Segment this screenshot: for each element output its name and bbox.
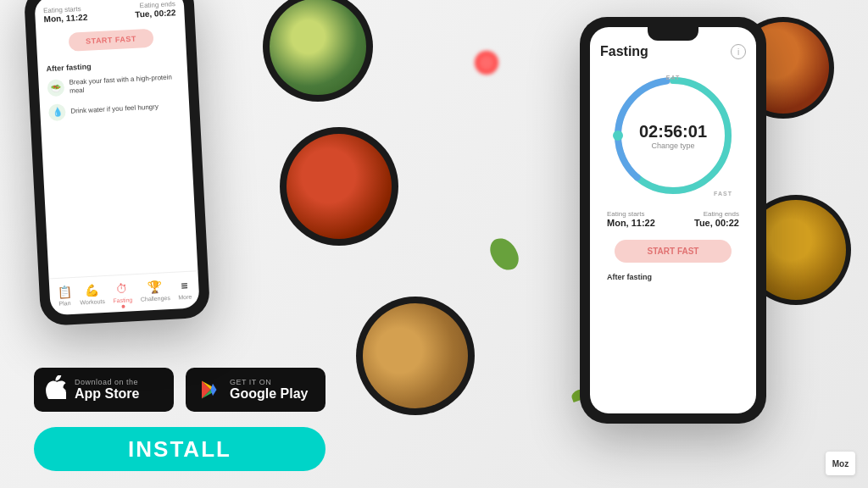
app-store-badge[interactable]: Download on the App Store	[34, 368, 174, 412]
eating-starts-left: Eating starts Mon, 11:22	[43, 5, 88, 25]
phone-left: Eating starts Mon, 11:22 Eating ends Tue…	[24, 0, 211, 326]
apple-icon	[46, 375, 66, 405]
fasting-nav-indicator	[121, 305, 125, 308]
google-play-badge[interactable]: GET IT ON Google Play	[186, 368, 326, 412]
food-decoration-1	[263, 0, 373, 102]
challenges-icon: 🏆	[147, 280, 163, 294]
eating-ends-value-right: Tue, 00:22	[694, 218, 739, 228]
nav-label-more: More	[178, 294, 192, 301]
food-decoration-2	[280, 127, 398, 246]
apple-badge-title: App Store	[75, 386, 139, 402]
install-button[interactable]: INSTALL	[34, 427, 326, 471]
page-wrapper: Eating starts Mon, 11:22 Eating ends Tue…	[0, 0, 868, 488]
phone-notch	[648, 27, 698, 41]
google-play-icon	[198, 378, 221, 402]
fasting-icon: ⏱	[116, 282, 129, 297]
tip-icon-2: 💧	[48, 103, 66, 121]
phone-left-screen: Eating starts Mon, 11:22 Eating ends Tue…	[34, 0, 199, 315]
eating-times-row-right: Eating starts Mon, 11:22 Eating ends Tue…	[600, 210, 746, 228]
timer-center: 02:56:01 Change type	[639, 122, 707, 150]
phone-right-screen: Fasting i 02:56:01 Change type	[590, 27, 756, 413]
info-icon[interactable]: i	[731, 44, 746, 59]
google-badge-title: Google Play	[230, 386, 308, 402]
eating-starts-label-right: Eating starts	[607, 210, 655, 218]
plan-icon: 📋	[57, 285, 72, 299]
tip-text-1: Break your fast with a high-protein meal	[69, 73, 180, 97]
nav-plan[interactable]: 📋 Plan	[57, 285, 73, 312]
timer-container: 02:56:01 Change type EAT FAST	[605, 68, 741, 203]
svg-point-3	[613, 130, 623, 141]
more-icon: ≡	[181, 279, 188, 292]
google-badge-text: GET IT ON Google Play	[230, 378, 308, 402]
eating-starts-value-right: Mon, 11:22	[607, 218, 655, 228]
tip-text-2: Drink water if you feel hungry	[70, 103, 159, 116]
nav-label-challenges: Challenges	[141, 295, 170, 302]
nav-challenges[interactable]: 🏆 Challenges	[140, 280, 171, 308]
nav-workouts[interactable]: 💪 Workouts	[79, 283, 105, 310]
nav-label-plan: Plan	[58, 300, 70, 307]
eating-ends-label-right: Eating ends	[694, 210, 739, 218]
fast-label: FAST	[714, 191, 732, 197]
workouts-icon: 💪	[85, 283, 100, 297]
fasting-header-right: Fasting i	[600, 44, 746, 59]
nav-fasting[interactable]: ⏱ Fasting	[112, 281, 133, 308]
fasting-title-right: Fasting	[600, 44, 648, 59]
nav-label-workouts: Workouts	[80, 298, 105, 306]
food-decoration-3	[356, 297, 475, 415]
store-badges: Download on the App Store GET IT ON Goog…	[34, 368, 326, 412]
after-fasting-label-right: After fasting	[607, 273, 739, 281]
moz-logo: Moz	[826, 452, 855, 475]
after-fasting-section-right: After fasting	[600, 268, 746, 281]
red-blob-decoration	[475, 51, 498, 75]
google-badge-subtitle: GET IT ON	[230, 378, 308, 386]
nav-more[interactable]: ≡ More	[177, 279, 192, 306]
eating-ends-right: Eating ends Tue, 00:22	[694, 210, 739, 228]
eating-ends-left: Eating ends Tue, 00:22	[135, 0, 176, 19]
eating-header-left: Eating starts Mon, 11:22 Eating ends Tue…	[34, 0, 185, 28]
green-leaf-decoration	[487, 234, 522, 274]
start-fast-button-left[interactable]: START FAST	[69, 29, 154, 52]
eating-starts-right: Eating starts Mon, 11:22	[607, 210, 655, 228]
apple-badge-text: Download on the App Store	[75, 378, 139, 402]
eat-label: EAT	[666, 75, 680, 80]
change-type-label[interactable]: Change type	[639, 141, 707, 150]
start-fast-button-right[interactable]: START FAST	[615, 240, 732, 263]
apple-badge-subtitle: Download on the	[75, 378, 139, 386]
phone-right: Fasting i 02:56:01 Change type	[580, 17, 766, 424]
tip-icon-1: 🥗	[47, 80, 64, 97]
nav-label-fasting: Fasting	[113, 297, 132, 303]
bottom-nav-left: 📋 Plan 💪 Workouts ⏱ Fasting 🏆 Challenges	[49, 270, 200, 315]
timer-display: 02:56:01	[639, 122, 707, 141]
